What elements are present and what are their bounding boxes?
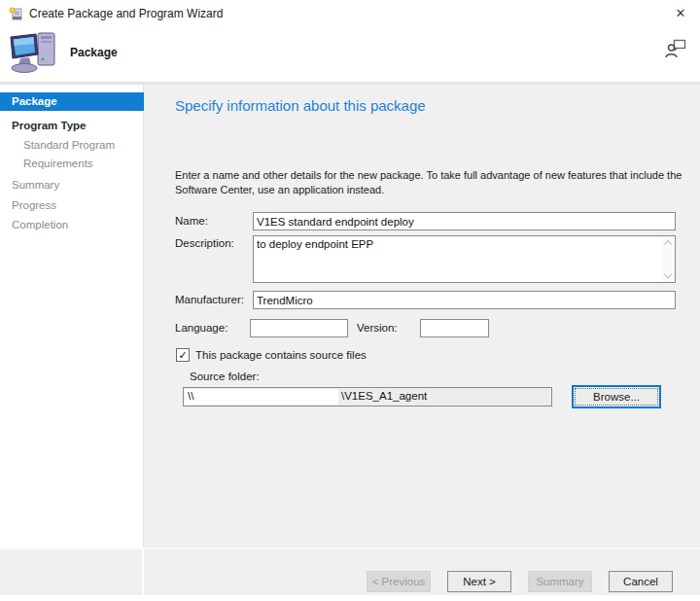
scroll-down-icon[interactable]	[664, 270, 672, 278]
sidebar-item-standard-program[interactable]: Standard Program	[0, 136, 144, 155]
content-panel: Specify information about this package E…	[144, 85, 700, 548]
source-folder-input[interactable]: \\ \V1ES_A1_agent	[183, 387, 552, 407]
browse-button[interactable]: Browse...	[572, 385, 661, 408]
source-folder-label: Source folder:	[190, 371, 260, 382]
footer-bar: < Previous Next > Summary Cancel	[0, 548, 700, 595]
footer-divider	[142, 549, 144, 597]
sidebar-item-package[interactable]: Package	[0, 92, 144, 111]
sidebar-item-completion[interactable]: Completion	[0, 216, 144, 234]
banner-page-label: Package	[70, 27, 118, 82]
wizard-app-icon	[8, 6, 23, 21]
wizard-window: Create Package and Program Wizard ✕ Pack…	[0, 0, 700, 601]
version-label: Version:	[357, 322, 398, 334]
name-label: Name:	[175, 215, 208, 227]
sidebar-item-progress[interactable]: Progress	[0, 196, 144, 215]
manufacturer-label: Manufacturer:	[175, 294, 244, 305]
description-input[interactable]: to deploy endpoint EPP	[253, 235, 676, 283]
language-label: Language:	[175, 322, 228, 334]
redacted-path-region	[185, 389, 338, 405]
close-icon[interactable]: ✕	[661, 0, 700, 27]
source-files-checkbox[interactable]: ✓	[176, 348, 190, 362]
manufacturer-input[interactable]	[253, 291, 676, 309]
title-bar: Create Package and Program Wizard ✕	[0, 0, 700, 27]
page-title: Specify information about this package	[175, 97, 426, 114]
source-path-prefix: \\	[188, 390, 193, 402]
source-path-suffix: \V1ES_A1_agent	[341, 390, 427, 402]
description-value: to deploy endpoint EPP	[257, 238, 659, 250]
intro-text: Enter a name and other details for the n…	[175, 168, 698, 198]
wizard-banner: Package	[0, 27, 700, 82]
wizard-steps-sidebar: Package Program Type Standard Program Re…	[0, 85, 144, 548]
main-area: Package Program Type Standard Program Re…	[0, 85, 700, 548]
next-button[interactable]: Next >	[447, 571, 511, 592]
version-input[interactable]	[420, 319, 489, 337]
sidebar-item-requirements[interactable]: Requirements	[0, 155, 144, 173]
language-input[interactable]	[250, 319, 348, 337]
description-scrollbar[interactable]	[661, 236, 675, 282]
scroll-up-icon[interactable]	[664, 240, 672, 248]
previous-button[interactable]: < Previous	[367, 571, 431, 592]
summary-button[interactable]: Summary	[528, 571, 592, 592]
wizard-button-row: < Previous Next > Summary Cancel	[367, 571, 673, 592]
browse-button-label: Browse...	[575, 388, 658, 406]
description-label: Description:	[175, 237, 234, 249]
window-title: Create Package and Program Wizard	[29, 0, 223, 27]
window-bottom-edge	[0, 595, 700, 601]
computer-icon	[8, 29, 60, 82]
sidebar-item-summary[interactable]: Summary	[0, 176, 144, 194]
name-input[interactable]	[253, 212, 676, 230]
sidebar-item-program-type[interactable]: Program Type	[0, 117, 144, 135]
cancel-button[interactable]: Cancel	[609, 571, 673, 592]
source-files-checkbox-label[interactable]: This package contains source files	[195, 349, 367, 361]
feedback-person-icon[interactable]	[665, 39, 686, 62]
